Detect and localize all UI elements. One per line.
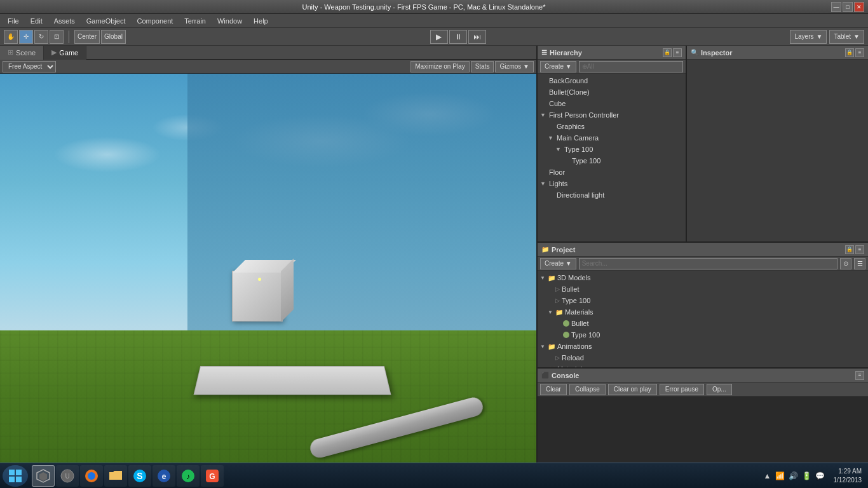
console-options-button[interactable]: Op... [707, 384, 732, 395]
project-item[interactable]: ▼📁3D Models [538, 272, 868, 283]
menu-item-assets[interactable]: Assets [49, 16, 80, 26]
material-icon [563, 332, 569, 338]
tray-network-icon[interactable]: 📶 [774, 470, 786, 482]
taskbar-unity-button[interactable] [32, 465, 55, 487]
folder-icon: 📁 [548, 343, 555, 350]
hierarchy-item[interactable]: ▼First Person Controller [538, 109, 686, 121]
hierarchy-search-input[interactable] [579, 61, 683, 72]
minimize-button[interactable]: — [831, 2, 841, 12]
layout-dropdown[interactable]: Tablet ▼ [829, 30, 864, 44]
hierarchy-item[interactable]: Directional light [538, 189, 686, 201]
hierarchy-lock-button[interactable]: 🔒 [663, 48, 672, 57]
project-filter-button1[interactable]: ⊙ [840, 258, 851, 269]
project-create-button[interactable]: Create ▼ [540, 258, 576, 269]
project-item[interactable]: ▷Reload [538, 352, 868, 363]
tab-game[interactable]: ▶ Game [44, 46, 86, 60]
hierarchy-arrow-icon: ▼ [555, 146, 563, 152]
tray-battery-icon[interactable]: 🔋 [801, 470, 813, 482]
hierarchy-item-label: Type 100 [564, 146, 593, 153]
hierarchy-item[interactable]: Floor [538, 166, 686, 178]
project-arrow-icon: ▼ [548, 309, 555, 315]
console-error-pause-button[interactable]: Error pause [660, 384, 704, 395]
taskbar-git-button[interactable]: G [201, 465, 224, 487]
project-item[interactable]: ▷Type 100 [538, 295, 868, 306]
menu-item-file[interactable]: File [3, 16, 24, 26]
move-tool-button[interactable]: ✛ [19, 30, 33, 44]
maximize-on-play-button[interactable]: Maximize on Play [410, 61, 469, 72]
project-item[interactable]: ▼📁Animations [538, 341, 868, 352]
hierarchy-item[interactable]: Type 100 [538, 155, 686, 166]
project-item-label: Bullet [562, 285, 580, 293]
file-icon: ▷ [555, 355, 560, 361]
layers-dropdown[interactable]: Layers ▼ [790, 30, 827, 44]
hierarchy-item[interactable]: BackGround [538, 75, 686, 86]
console-icon: ⬛ [541, 372, 549, 379]
console-clear-on-play-button[interactable]: Clear on play [608, 384, 657, 395]
inspector-menu-button[interactable]: ≡ [855, 48, 864, 57]
titlebar-controls[interactable]: — □ ✕ [831, 2, 864, 12]
project-item[interactable]: Type 100 [538, 329, 868, 341]
taskbar-skype-button[interactable]: S [128, 465, 151, 487]
inspector-icon: 🔍 [691, 49, 698, 56]
menu-item-help[interactable]: Help [248, 16, 273, 26]
inspector-content [687, 60, 868, 241]
project-item[interactable]: Bullet [538, 318, 868, 329]
hierarchy-list: BackGroundBullet(Clone)Cube▼First Person… [538, 74, 686, 241]
taskbar-clock[interactable]: 1:29 AM 1/12/2013 [830, 467, 866, 485]
windows-logo-icon [8, 469, 22, 483]
menu-item-window[interactable]: Window [212, 16, 247, 26]
svg-text:e: e [162, 472, 166, 481]
project-toolbar: Create ▼ ⊙ ☰ [538, 257, 868, 271]
hierarchy-item[interactable]: ▼Main Camera [538, 132, 686, 144]
hierarchy-item[interactable]: Cube [538, 98, 686, 109]
tab-scene[interactable]: ⊞ Scene [0, 46, 44, 60]
taskbar-ie-button[interactable]: e [153, 465, 175, 487]
project-item[interactable]: ▼📁Materials [538, 306, 868, 318]
project-search-input[interactable] [579, 258, 837, 269]
tray-notification-icon[interactable]: 💬 [814, 470, 826, 482]
pause-button[interactable]: ⏸ [449, 30, 467, 44]
start-button[interactable] [3, 465, 28, 487]
hierarchy-item[interactable]: Bullet(Clone) [538, 86, 686, 98]
taskbar-spotify-button[interactable]: ♪ [177, 465, 200, 487]
material-icon [563, 320, 569, 327]
console-collapse-button[interactable]: Collapse [569, 384, 606, 395]
taskbar-firefox-button[interactable] [80, 465, 103, 487]
center-button[interactable]: Center [74, 30, 100, 44]
chevron-down-icon: ▼ [817, 33, 823, 40]
global-button[interactable]: Global [101, 30, 126, 44]
inspector-lock-button[interactable]: 🔒 [845, 48, 854, 57]
tray-arrow-icon[interactable]: ▲ [763, 470, 773, 482]
hierarchy-create-button[interactable]: Create ▼ [540, 61, 576, 72]
scene-panel: ⊞ Scene ▶ Game Free Aspect Maximize on P… [0, 46, 538, 488]
gizmos-button[interactable]: Gizmos ▼ [495, 61, 534, 72]
project-lock-button[interactable]: 🔒 [845, 245, 854, 254]
stats-button[interactable]: Stats [471, 61, 494, 72]
menu-item-gameobject[interactable]: GameObject [81, 16, 131, 26]
hierarchy-item[interactable]: ▼Type 100 [538, 144, 686, 155]
chevron-down-icon2: ▼ [853, 33, 860, 40]
hierarchy-item[interactable]: Graphics [538, 121, 686, 132]
play-button[interactable]: ▶ [430, 30, 448, 44]
aspect-dropdown[interactable]: Free Aspect [3, 61, 56, 72]
hierarchy-item[interactable]: ▼Lights [538, 178, 686, 189]
rotate-tool-button[interactable]: ↻ [34, 30, 48, 44]
step-button[interactable]: ⏭ [468, 30, 486, 44]
tray-volume-icon[interactable]: 🔊 [787, 470, 799, 482]
taskbar-folder-button[interactable] [104, 465, 127, 487]
console-menu-button[interactable]: ≡ [855, 371, 864, 380]
project-menu-button[interactable]: ≡ [855, 245, 864, 254]
hierarchy-menu-button[interactable]: ≡ [673, 48, 682, 57]
inspector-header-buttons: 🔒 ≡ [845, 48, 864, 57]
close-button[interactable]: ✕ [854, 2, 864, 12]
menu-item-terrain[interactable]: Terrain [179, 16, 211, 26]
taskbar-app2-button[interactable]: U [56, 465, 79, 487]
console-clear-button[interactable]: Clear [540, 384, 567, 395]
project-filter-button2[interactable]: ☰ [854, 258, 865, 269]
hand-tool-button[interactable]: ✋ [4, 30, 18, 44]
menu-item-edit[interactable]: Edit [25, 16, 48, 26]
menu-item-component[interactable]: Component [132, 16, 178, 26]
scale-tool-button[interactable]: ⊡ [50, 30, 64, 44]
project-item[interactable]: ▷Bullet [538, 283, 868, 295]
maximize-button[interactable]: □ [843, 2, 853, 12]
